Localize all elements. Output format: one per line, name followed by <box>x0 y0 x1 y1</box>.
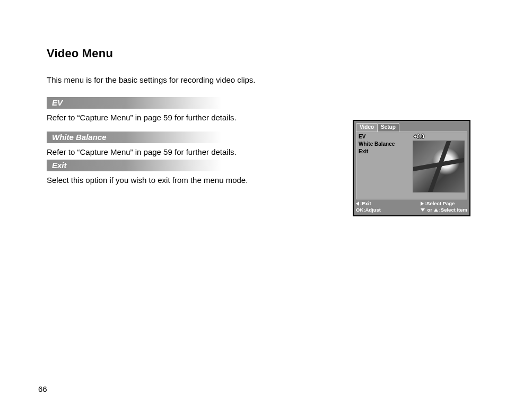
section-heading-exit: Exit <box>47 160 222 171</box>
lcd-body: EV White Balance Exit +0.0 Auto <box>356 132 467 199</box>
page-number: 66 <box>38 384 47 393</box>
section-heading-ev: EV <box>47 97 222 109</box>
lcd-menu-value-ev: +0.0 <box>414 133 426 141</box>
manual-page: Video Menu This menu is for the basic se… <box>0 0 506 420</box>
lcd-hint-select-page: :Select Page <box>425 200 455 206</box>
lcd-menu-item-wb[interactable]: White Balance <box>359 141 412 148</box>
triangle-right-icon <box>421 202 424 206</box>
lcd-preview-image <box>413 141 465 192</box>
triangle-left-icon <box>356 202 359 206</box>
lcd-hint-or: or <box>426 207 434 213</box>
triangle-up-icon <box>434 208 438 212</box>
lcd-menu-item-exit[interactable]: Exit <box>359 148 412 155</box>
lcd-hint-ok: OK:Adjust <box>356 207 381 213</box>
camera-lcd-screenshot: Video Setup EV White Balance Exit +0.0 A… <box>353 120 470 216</box>
lcd-hint-select-item: :Select Item <box>439 207 467 213</box>
page-title: Video Menu <box>47 47 474 60</box>
lcd-tab-setup[interactable]: Setup <box>377 123 399 132</box>
lcd-menu-labels: EV White Balance Exit <box>359 133 412 155</box>
lcd-footer-left: :Exit OK:Adjust <box>356 200 381 213</box>
triangle-down-icon <box>421 208 425 212</box>
section-heading-wb: White Balance <box>47 132 222 143</box>
lcd-hint-exit: :Exit <box>360 200 371 206</box>
lcd-footer: :Exit OK:Adjust :Select Page or :Select … <box>356 200 467 213</box>
lcd-tab-bar: Video Setup <box>356 123 467 132</box>
lcd-footer-right: :Select Page or :Select Item <box>421 200 467 213</box>
lcd-tab-video[interactable]: Video <box>356 123 378 132</box>
intro-text: This menu is for the basic settings for … <box>47 75 474 84</box>
lcd-menu-item-ev[interactable]: EV <box>359 133 412 141</box>
